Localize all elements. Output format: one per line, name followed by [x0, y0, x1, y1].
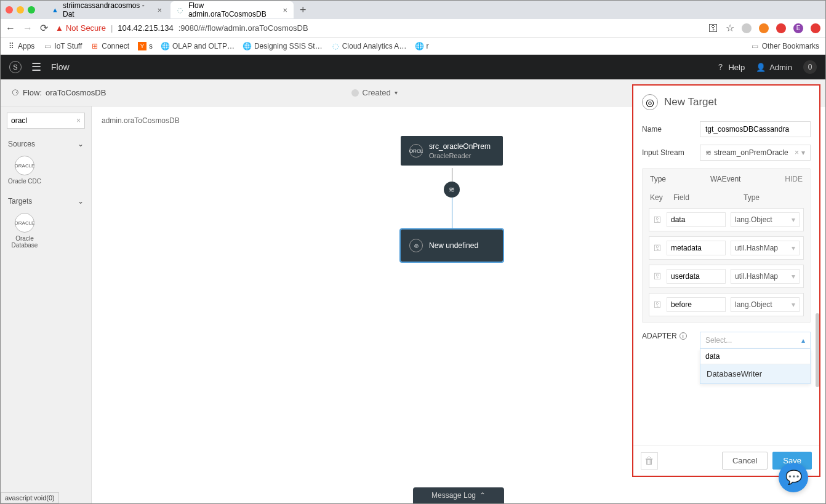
targets-accordion-header[interactable]: Targets ⌄	[7, 193, 85, 209]
clear-search-icon[interactable]: ×	[76, 116, 81, 125]
name-input[interactable]	[700, 121, 811, 137]
key-icon[interactable]: ⚿	[653, 244, 662, 252]
bookmark-label: Other Bookmarks	[762, 42, 819, 50]
bookmark-label: OLAP and OLTP…	[172, 42, 235, 50]
field-type-select[interactable]: util.HashMap▾	[731, 241, 800, 255]
adapter-search-input[interactable]	[700, 349, 810, 364]
field-name-input[interactable]	[667, 241, 726, 255]
key-icon[interactable]: ⚿	[653, 272, 662, 281]
target-node-icon: ◎	[409, 239, 423, 252]
url-field[interactable]: ▲ Not Secure | 104.42.215.134:9080/#/flo…	[55, 23, 701, 33]
maximize-window-icon[interactable]	[28, 6, 35, 14]
y-icon: Y	[138, 42, 146, 50]
bookmarks-bar: ⠿Apps ▭IoT Stuff ⊞Connect Ys 🌐OLAP and O…	[1, 38, 825, 55]
hide-toggle[interactable]: HIDE	[785, 175, 803, 183]
notifications-badge[interactable]: 0	[803, 60, 817, 74]
field-name-input[interactable]	[667, 269, 726, 284]
r-bookmark[interactable]: 🌐r	[415, 42, 428, 50]
delete-button[interactable]: 🗑	[641, 452, 658, 470]
ssis-bookmark[interactable]: 🌐Designing SSIS St…	[243, 42, 323, 50]
sources-accordion-header[interactable]: Sources ⌄	[7, 136, 85, 152]
edge-line	[452, 198, 452, 230]
clear-icon[interactable]: ×	[795, 148, 799, 157]
adapter-select[interactable]: Select... ▴	[700, 332, 811, 349]
profile-avatar-icon[interactable]: E	[793, 23, 803, 33]
field-name-input[interactable]	[667, 212, 726, 227]
other-bookmarks[interactable]: ▭Other Bookmarks	[751, 42, 819, 50]
canvas-node-source[interactable]: ORCL src_oracleOnPrem OracleReader	[401, 136, 503, 166]
close-tab-icon[interactable]: ×	[157, 6, 162, 15]
apps-bookmark[interactable]: ⠿Apps	[7, 42, 34, 50]
palette-item-oracle-cdc[interactable]: ORACLE Oracle CDC	[7, 156, 42, 185]
star-icon[interactable]: ☆	[726, 22, 734, 34]
field-type-select[interactable]: lang.Object▾	[731, 297, 800, 312]
forward-button[interactable]: →	[23, 23, 33, 34]
palette-item-label: Oracle	[7, 235, 42, 242]
address-bar: ← → ⟳ ▲ Not Secure | 104.42.215.134:9080…	[1, 19, 825, 38]
field-type-select[interactable]: util.HashMap▾	[731, 269, 800, 284]
key-icon[interactable]: ⚿	[653, 215, 662, 224]
input-stream-select[interactable]: ≋stream_onPremOracle ×▾	[700, 145, 811, 161]
olap-bookmark[interactable]: 🌐OLAP and OLTP…	[161, 42, 235, 50]
s-bookmark[interactable]: Ys	[138, 42, 153, 50]
canvas-node-stream[interactable]: ≋	[444, 182, 460, 198]
info-icon[interactable]: i	[680, 332, 687, 340]
reload-button[interactable]: ⟳	[40, 22, 48, 34]
browser-tab-active[interactable]: ◌ Flow admin.oraToCosmosDB ×	[170, 1, 294, 18]
type-row: ⚿util.HashMap▾	[649, 265, 804, 288]
search-input[interactable]	[11, 116, 73, 125]
ext-icon-2[interactable]	[759, 23, 769, 33]
admin-menu[interactable]: 👤Admin	[756, 63, 792, 72]
oracle-icon: ORACLE	[15, 213, 34, 233]
cancel-button[interactable]: Cancel	[722, 452, 768, 470]
close-tab-icon[interactable]: ×	[283, 6, 287, 15]
key-icon[interactable]: ⚿	[653, 300, 662, 309]
app-header: S ☰ Flow ？Help 👤Admin 0	[1, 55, 825, 79]
type-columns-header: Key Field Type	[643, 190, 810, 208]
globe-icon: 🌐	[161, 42, 170, 50]
field-type-select[interactable]: lang.Object▾	[731, 212, 800, 227]
ext-icon-3[interactable]	[776, 23, 786, 33]
ext-icon-4[interactable]	[811, 23, 820, 33]
key-icon[interactable]: ⚿	[708, 23, 718, 34]
app-logo-icon[interactable]: S	[9, 61, 22, 73]
adapter-option[interactable]: DatabaseWriter	[700, 364, 810, 383]
node-title: src_oracleOnPrem	[429, 142, 491, 151]
flow-graph-icon: ⚆	[12, 88, 19, 97]
flow-status[interactable]: Created ▾	[351, 88, 398, 97]
chevron-down-icon[interactable]: ▾	[801, 148, 805, 157]
back-button[interactable]: ←	[6, 23, 15, 34]
not-secure-badge[interactable]: ▲ Not Secure	[55, 23, 106, 33]
message-log-toggle[interactable]: Message Log ⌃	[413, 487, 504, 503]
panel-scrollbar[interactable]	[816, 313, 819, 387]
connect-bookmark[interactable]: ⊞Connect	[90, 42, 129, 50]
new-tab-button[interactable]: +	[300, 4, 307, 17]
close-window-icon[interactable]	[6, 6, 13, 14]
stream-icon: ≋	[705, 148, 712, 157]
canvas-node-target[interactable]: ◎ New undefined	[401, 230, 503, 262]
name-label: Name	[642, 125, 694, 134]
striim-favicon-icon: ◌	[177, 6, 185, 14]
palette-item-oracle-database[interactable]: ORACLE Oracle Database	[7, 213, 42, 249]
minimize-window-icon[interactable]	[17, 6, 24, 14]
col-type: Type	[744, 193, 760, 202]
bookmark-label: Apps	[18, 42, 34, 50]
browser-tab-inactive[interactable]: ▲ striimcassandracosmos - Dat ×	[45, 1, 168, 18]
cloud-bookmark[interactable]: ◌Cloud Analytics A…	[331, 42, 407, 50]
iot-bookmark[interactable]: ▭IoT Stuff	[43, 42, 82, 50]
bookmark-label: Connect	[102, 42, 129, 50]
field-name-input[interactable]	[667, 297, 726, 312]
ext-icon-1[interactable]	[742, 23, 752, 33]
help-button[interactable]: ？Help	[716, 62, 745, 73]
type-row: ⚿lang.Object▾	[649, 293, 804, 316]
flow-name: oraToCosmosDB	[46, 88, 106, 97]
chat-icon: 💬	[785, 470, 802, 486]
folder-icon: ▭	[751, 42, 760, 50]
type-value: WAEvent	[710, 175, 741, 183]
oracle-node-icon: ORCL	[409, 144, 423, 158]
palette-search[interactable]: ×	[7, 113, 85, 129]
type-row: ⚿util.HashMap▾	[649, 236, 804, 260]
menu-button[interactable]: ☰	[31, 60, 41, 74]
ms-icon: ⊞	[90, 42, 99, 50]
chat-launcher[interactable]: 💬	[779, 463, 808, 492]
